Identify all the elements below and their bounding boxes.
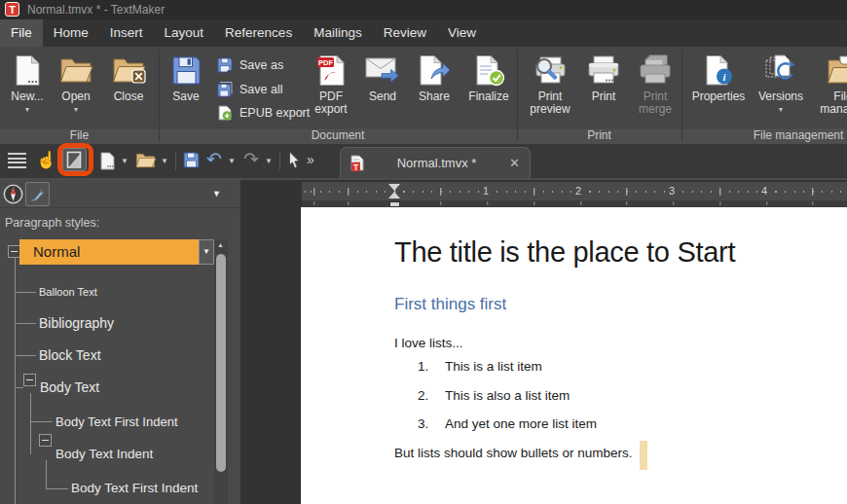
print-button[interactable]: Print bbox=[581, 50, 626, 127]
first-line-indent-marker[interactable] bbox=[388, 184, 400, 191]
doc-heading-text[interactable]: First things first bbox=[394, 295, 506, 314]
ruler-number: 4 bbox=[758, 184, 770, 198]
save-as-button[interactable]: Save as bbox=[217, 54, 283, 76]
finalize-button[interactable]: Finalize bbox=[461, 50, 516, 127]
epub-export-button[interactable]: EPUB export bbox=[217, 102, 310, 124]
hand-pan-icon[interactable]: ☝ bbox=[36, 150, 56, 170]
tree-line bbox=[46, 460, 47, 488]
menu-review[interactable]: Review bbox=[373, 19, 437, 47]
epub-export-icon bbox=[217, 105, 233, 121]
document-tab[interactable]: T Normal.tmvx * ✕ bbox=[340, 147, 531, 178]
chevron-down-icon[interactable]: ▼ bbox=[265, 157, 273, 165]
share-button[interactable]: Share bbox=[409, 50, 460, 127]
sidebar-scrollbar-thumb[interactable] bbox=[216, 254, 226, 472]
save-as-icon bbox=[217, 57, 233, 73]
chevron-down-icon: ▼ bbox=[24, 106, 31, 114]
toolbar-overflow-icon[interactable]: » bbox=[307, 152, 314, 167]
doc-closing-text[interactable]: But lists should show bullets or numbers… bbox=[394, 446, 633, 460]
ruler-number: 2 bbox=[572, 184, 584, 198]
app-icon: T bbox=[5, 2, 19, 17]
menu-insert[interactable]: Insert bbox=[99, 19, 154, 47]
style-item-body-text-indent[interactable]: Body Text Indent bbox=[55, 447, 153, 461]
properties-button[interactable]: i Properties bbox=[687, 50, 750, 127]
save-button[interactable]: Save bbox=[162, 50, 210, 127]
panel-menu-chevron-icon[interactable]: ▼ bbox=[212, 189, 221, 198]
chevron-down-icon[interactable]: ▼ bbox=[228, 157, 236, 165]
list-item-text[interactable]: This is a list item bbox=[445, 359, 542, 374]
file-manager-button[interactable]: File manager bbox=[814, 50, 847, 127]
svg-text:T: T bbox=[353, 162, 359, 171]
ribbon: New... ▼ Open ▼ Close Save bbox=[0, 47, 847, 144]
document-tab-icon: T bbox=[350, 155, 364, 171]
document-tab-title: Normal.tmvx * bbox=[364, 156, 509, 170]
tree-line bbox=[15, 355, 36, 356]
new-button[interactable]: New... ▼ bbox=[4, 50, 51, 127]
menu-home[interactable]: Home bbox=[43, 19, 99, 47]
style-dropdown-button[interactable]: ▼ bbox=[199, 239, 214, 265]
chevron-down-icon[interactable]: ▼ bbox=[121, 157, 129, 165]
tree-line bbox=[15, 292, 36, 293]
save-small-icon[interactable] bbox=[183, 152, 200, 168]
style-item-body-text-first-indent[interactable]: Body Text First Indent bbox=[55, 414, 178, 429]
open-button[interactable]: Open ▼ bbox=[53, 50, 99, 127]
paragraph-styles-label: Paragraph styles: bbox=[5, 216, 99, 230]
svg-text:PDF: PDF bbox=[318, 57, 333, 66]
save-all-button[interactable]: Save all bbox=[217, 79, 282, 100]
style-item-normal[interactable]: Normal bbox=[19, 239, 199, 265]
style-item-bibliography[interactable]: Bibliography bbox=[39, 315, 114, 331]
tab-close-icon[interactable]: ✕ bbox=[509, 156, 520, 170]
close-button[interactable]: Close bbox=[103, 50, 154, 127]
doc-intro-text[interactable]: I love lists... bbox=[394, 336, 463, 350]
list-item-text[interactable]: This is also a list item bbox=[445, 388, 570, 403]
horizontal-ruler: 1 2 3 4 bbox=[302, 182, 847, 200]
menu-mailings[interactable]: Mailings bbox=[303, 19, 373, 47]
style-item-body-text[interactable]: Body Text bbox=[40, 379, 99, 395]
menu-file[interactable]: File bbox=[0, 19, 43, 47]
printer-icon bbox=[587, 50, 620, 90]
chevron-down-icon[interactable]: ▼ bbox=[161, 157, 168, 165]
style-item-body-text-first-indent-2[interactable]: Body Text First Indent bbox=[71, 481, 198, 495]
tree-collapse-box[interactable] bbox=[23, 374, 36, 386]
list-item-number: 2. bbox=[418, 388, 428, 403]
style-item-balloon-text[interactable]: Balloon Text bbox=[39, 286, 97, 298]
left-indent-marker[interactable] bbox=[388, 192, 400, 198]
versions-button[interactable]: Versions ▼ bbox=[752, 50, 810, 127]
ruler-number: 3 bbox=[666, 184, 678, 198]
navigation-compass-icon[interactable] bbox=[3, 184, 23, 204]
new-document-small-icon[interactable] bbox=[100, 152, 115, 170]
list-item-text[interactable]: And yet one more list item bbox=[445, 416, 597, 431]
style-item-block-text[interactable]: Block Text bbox=[39, 347, 101, 363]
menu-view[interactable]: View bbox=[437, 19, 487, 47]
send-envelope-icon bbox=[365, 50, 400, 90]
group-label-file: File bbox=[0, 128, 159, 144]
toolbar-divider bbox=[175, 152, 176, 170]
menu-layout[interactable]: Layout bbox=[154, 19, 215, 47]
sidebar-list-icon[interactable] bbox=[8, 153, 26, 168]
open-folder-small-icon[interactable] bbox=[135, 153, 156, 168]
doc-title-text[interactable]: The title is the place to Start bbox=[394, 236, 735, 269]
finalize-icon bbox=[473, 50, 505, 90]
print-preview-icon bbox=[533, 50, 568, 90]
send-button[interactable]: Send bbox=[358, 50, 407, 127]
list-item-number: 1. bbox=[418, 359, 428, 374]
print-merge-button: Print merge bbox=[628, 50, 682, 127]
tree-line bbox=[30, 393, 31, 454]
scrollbar-up-icon[interactable]: ▲ bbox=[217, 241, 224, 248]
tree-collapse-box[interactable] bbox=[39, 434, 52, 447]
pdf-export-button[interactable]: PDF PDF export bbox=[306, 50, 356, 127]
print-preview-button[interactable]: Print preview bbox=[521, 50, 579, 127]
undo-icon[interactable]: ↶ bbox=[206, 148, 222, 170]
menu-references[interactable]: References bbox=[214, 19, 303, 47]
ribbon-divider bbox=[159, 50, 160, 141]
redo-icon: ↷ bbox=[243, 148, 259, 170]
tree-line bbox=[15, 258, 16, 504]
share-icon bbox=[419, 50, 451, 90]
format-brush-button[interactable] bbox=[25, 182, 50, 206]
close-document-icon bbox=[112, 50, 146, 90]
new-document-icon bbox=[15, 50, 41, 90]
menu-bar: File Home Insert Layout References Maili… bbox=[0, 19, 847, 47]
object-pointer-icon[interactable] bbox=[287, 151, 301, 169]
toolbar-divider bbox=[279, 152, 280, 170]
tree-line bbox=[46, 488, 68, 489]
open-folder-icon bbox=[59, 50, 93, 90]
